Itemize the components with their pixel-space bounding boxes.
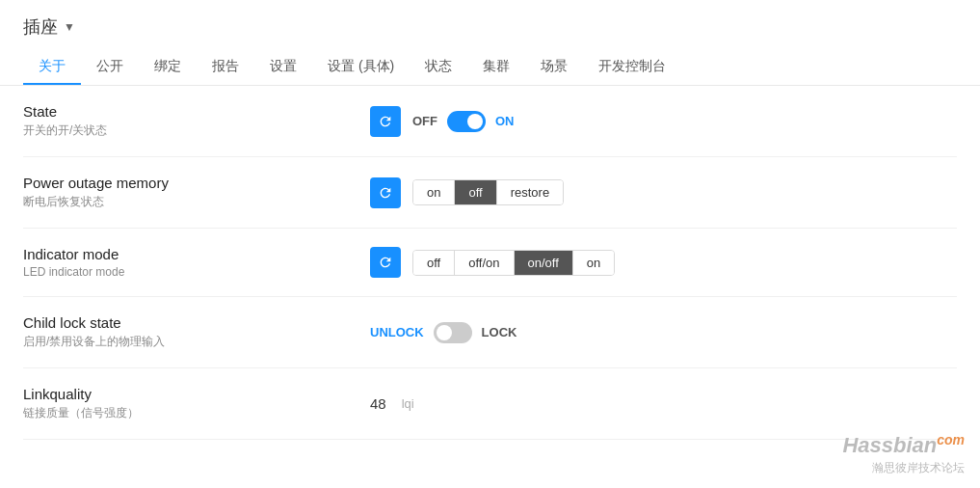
label-main-indicator_mode: Indicator mode xyxy=(23,246,370,262)
tab-设置[interactable]: 设置 xyxy=(254,50,312,85)
row-linkquality: Linkquality链接质量（信号强度）48lqi xyxy=(23,368,957,440)
tab-报告[interactable]: 报告 xyxy=(197,50,254,85)
btn-seg-on[interactable]: on xyxy=(573,251,614,275)
row-control-child_lock: UNLOCKLOCK xyxy=(370,322,957,343)
btn-seg-on[interactable]: on xyxy=(413,180,455,204)
row-control-linkquality: 48lqi xyxy=(370,395,957,412)
row-child_lock: Child lock state启用/禁用设备上的物理输入UNLOCKLOCK xyxy=(23,297,957,368)
label-main-linkquality: Linkquality xyxy=(23,386,370,402)
row-label-indicator_mode: Indicator modeLED indicator mode xyxy=(23,246,370,279)
row-state: State开关的开/关状态 OFFON xyxy=(23,86,957,157)
row-label-power_outage_memory: Power outage memory断电后恢复状态 xyxy=(23,175,370,210)
btn-group-power_outage_memory: onoffrestore xyxy=(412,179,564,205)
btn-seg-off[interactable]: off xyxy=(413,251,455,275)
watermark: Hassbiancom 瀚思彼岸技术论坛 xyxy=(842,432,965,440)
refresh-button-indicator_mode[interactable] xyxy=(370,247,401,278)
refresh-button-state[interactable] xyxy=(370,106,401,137)
tab-开发控制台[interactable]: 开发控制台 xyxy=(583,50,681,85)
toggle-on-label: ON xyxy=(495,114,515,128)
label-sub-linkquality: 链接质量（信号强度） xyxy=(23,405,370,421)
row-control-state: OFFON xyxy=(370,106,957,137)
btn-seg-off-on[interactable]: off/on xyxy=(455,251,514,275)
btn-seg-restore[interactable]: restore xyxy=(497,180,563,204)
toggle-off-label: OFF xyxy=(412,114,437,128)
tab-绑定[interactable]: 绑定 xyxy=(139,50,197,85)
app-title[interactable]: 插座 ▼ xyxy=(23,15,957,39)
toggle-slider xyxy=(447,111,486,132)
tab-关于[interactable]: 关于 xyxy=(23,50,81,85)
row-label-linkquality: Linkquality链接质量（信号强度） xyxy=(23,386,370,421)
brand-name: Hassbian xyxy=(842,433,937,440)
label-main-child_lock: Child lock state xyxy=(23,314,370,331)
label-main-state: State xyxy=(23,103,370,120)
brand-com: com xyxy=(937,432,965,440)
label-main-power_outage_memory: Power outage memory xyxy=(23,175,370,191)
btn-seg-on-off[interactable]: on/off xyxy=(515,251,573,275)
row-control-indicator_mode: offoff/onon/offon xyxy=(370,247,957,278)
row-label-child_lock: Child lock state启用/禁用设备上的物理输入 xyxy=(23,314,370,350)
lock-toggle-switch[interactable] xyxy=(434,322,472,343)
row-control-power_outage_memory: onoffrestore xyxy=(370,177,957,208)
app-title-text: 插座 xyxy=(23,15,58,39)
chevron-down-icon: ▼ xyxy=(64,20,75,34)
tab-设置 (具体)[interactable]: 设置 (具体) xyxy=(312,50,410,85)
tab-场景[interactable]: 场景 xyxy=(525,50,583,85)
lock-label: LOCK xyxy=(482,325,517,339)
label-sub-power_outage_memory: 断电后恢复状态 xyxy=(23,194,370,210)
toggle-group-state: OFFON xyxy=(412,111,515,132)
header: 插座 ▼ 关于公开绑定报告设置设置 (具体)状态集群场景开发控制台 xyxy=(0,0,980,86)
tab-集群[interactable]: 集群 xyxy=(467,50,525,85)
row-power_outage_memory: Power outage memory断电后恢复状态 onoffrestore xyxy=(23,157,957,229)
label-sub-child_lock: 启用/禁用设备上的物理输入 xyxy=(23,334,370,350)
tabs: 关于公开绑定报告设置设置 (具体)状态集群场景开发控制台 xyxy=(23,50,957,85)
label-sub-state: 开关的开/关状态 xyxy=(23,122,370,139)
row-indicator_mode: Indicator modeLED indicator mode offoff/… xyxy=(23,229,957,297)
btn-group-indicator_mode: offoff/onon/offon xyxy=(412,250,615,276)
tab-状态[interactable]: 状态 xyxy=(410,50,467,85)
lock-group: UNLOCKLOCK xyxy=(370,322,516,343)
unlock-label: UNLOCK xyxy=(370,325,424,339)
row-label-state: State开关的开/关状态 xyxy=(23,103,370,139)
brand-logo: Hassbiancom xyxy=(842,432,965,440)
toggle-switch-state[interactable] xyxy=(447,111,486,132)
content: State开关的开/关状态 OFFONPower outage memory断电… xyxy=(0,86,980,440)
lqi-value: 48 xyxy=(370,395,386,412)
btn-seg-off[interactable]: off xyxy=(455,180,496,204)
refresh-button-power_outage_memory[interactable] xyxy=(370,177,401,208)
lqi-unit: lqi xyxy=(402,396,414,411)
label-sub-indicator_mode: LED indicator mode xyxy=(23,265,370,279)
tab-公开[interactable]: 公开 xyxy=(81,50,139,85)
lock-toggle-slider xyxy=(434,322,472,343)
